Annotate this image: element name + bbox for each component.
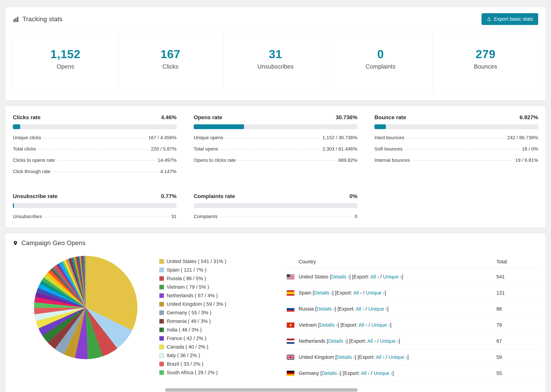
flag-icon-de xyxy=(287,371,295,376)
country-total: 55 xyxy=(496,371,534,376)
legend-item: France ( 42 / 2% ) xyxy=(159,336,255,341)
rate-panel-clicks-rate: Clicks rate4.46%Unique clicks167 / 4.456… xyxy=(13,114,177,174)
export-all-link[interactable]: All › xyxy=(370,274,379,280)
metric-value: 242 / 86.738% xyxy=(507,135,538,140)
metric-label: Soft bounces xyxy=(374,146,402,152)
legend-item: Romania ( 49 / 3% ) xyxy=(159,318,255,324)
geo-pie-chart xyxy=(33,254,139,381)
metric-value: 1,152 / 30.736% xyxy=(322,135,357,140)
pie-legend: United States ( 541 / 31% )Spain ( 121 /… xyxy=(159,259,255,381)
horizontal-scrollbar-thumb[interactable] xyxy=(165,388,358,392)
country-column-header: Country xyxy=(299,259,496,265)
total-column-header: Total xyxy=(496,259,534,265)
country-name: Spain xyxy=(299,290,313,295)
legend-swatch xyxy=(159,302,164,307)
export-prefix: Export: xyxy=(339,306,356,312)
country-total: 79 xyxy=(496,322,534,328)
metric-value: 4.147% xyxy=(160,169,177,174)
export-unique-link[interactable]: Unique › xyxy=(380,338,399,344)
metric-row: Complaints0 xyxy=(194,214,357,219)
metric-label: Unique clicks xyxy=(13,135,41,140)
rate-title: Complaints rate xyxy=(194,193,235,199)
export-unique-link[interactable]: Unique › xyxy=(366,290,385,295)
details-link[interactable]: Details › xyxy=(337,354,355,360)
metric-row: Unique opens1,152 / 30.736% xyxy=(194,135,357,140)
rate-value: 0.77% xyxy=(161,193,177,199)
progress-bar-fill xyxy=(194,124,244,129)
progress-bar-fill xyxy=(13,124,20,129)
rate-title: Bounce rate xyxy=(374,114,406,121)
rate-value: 0% xyxy=(349,193,357,199)
stat-box-bounces: 279Bounces xyxy=(433,32,538,94)
dotted-leader xyxy=(412,161,513,161)
metric-label: Total opens xyxy=(194,146,218,152)
dotted-leader xyxy=(406,138,505,138)
details-link[interactable]: Details › xyxy=(314,290,332,295)
stat-value: 167 xyxy=(118,47,223,61)
details-link[interactable]: Details › xyxy=(322,371,340,376)
legend-swatch xyxy=(159,336,164,341)
dotted-leader xyxy=(57,161,155,161)
country-cell: Russia [Details ›] [Export: All › / Uniq… xyxy=(299,306,496,312)
metric-label: Unsubscribes xyxy=(13,214,42,219)
rate-title: Unsubscribe rate xyxy=(13,193,57,199)
export-unique-link[interactable]: Unique › xyxy=(383,274,402,280)
geo-table-header: Country Total xyxy=(283,254,538,269)
legend-label: Canada ( 40 / 2% ) xyxy=(167,344,208,350)
details-link[interactable]: Details › xyxy=(331,274,349,280)
export-unique-link[interactable]: Unique › xyxy=(368,306,387,312)
export-all-link[interactable]: All › xyxy=(376,354,384,360)
metric-row: Total clicks220 / 5.87% xyxy=(13,146,177,152)
metric-row: Unique clicks167 / 4.456% xyxy=(13,135,177,140)
legend-label: Romania ( 49 / 3% ) xyxy=(167,318,211,324)
country-cell: Spain [Details ›] [Export: All › / Uniqu… xyxy=(299,290,496,296)
dotted-leader xyxy=(52,172,158,172)
flag-icon-gb xyxy=(287,355,295,360)
details-link[interactable]: Details › xyxy=(319,322,338,328)
stat-label: Opens xyxy=(13,63,118,70)
export-all-link[interactable]: All › xyxy=(359,322,367,328)
geo-table-row-russia: Russia [Details ›] [Export: All › / Uniq… xyxy=(283,301,538,317)
export-prefix: Export: xyxy=(342,322,359,328)
dashboard-page: Tracking stats Export basic stats 1,152O… xyxy=(0,0,551,392)
country-cell: Vietnam [Details ›] [Export: All › / Uni… xyxy=(299,322,496,328)
legend-item: United Kingdom ( 59 / 3% ) xyxy=(159,301,255,307)
legend-swatch xyxy=(159,259,164,264)
country-name: Russia xyxy=(299,306,315,312)
country-name: Netherlands xyxy=(299,338,327,344)
legend-label: South Africa ( 29 / 2% ) xyxy=(167,370,218,375)
metric-label: Complaints xyxy=(194,214,218,219)
export-all-link[interactable]: All › xyxy=(361,371,369,376)
dotted-leader xyxy=(238,161,336,161)
export-unique-link[interactable]: Unique › xyxy=(374,371,392,376)
metric-label: Internal bounces xyxy=(374,158,410,163)
legend-item: South Africa ( 29 / 2% ) xyxy=(159,370,255,375)
legend-swatch xyxy=(159,276,164,281)
export-all-link[interactable]: All › xyxy=(356,306,364,312)
export-prefix: Export: xyxy=(344,371,361,376)
stat-box-opens: 1,152Opens xyxy=(13,32,118,94)
country-total: 121 xyxy=(496,290,534,296)
dotted-leader xyxy=(220,149,320,149)
stat-value: 1,152 xyxy=(13,47,118,61)
legend-item: Russia ( 86 / 5% ) xyxy=(159,276,255,281)
metric-value: 19 / 6.81% xyxy=(515,158,538,163)
dotted-leader xyxy=(225,138,320,138)
export-all-link[interactable]: All › xyxy=(353,290,362,295)
details-link[interactable]: Details › xyxy=(328,338,346,344)
stat-box-clicks: 167Clicks xyxy=(118,32,223,94)
flag-icon-es xyxy=(287,290,295,296)
country-name: United States xyxy=(299,274,330,280)
metric-label: Click through rate xyxy=(13,169,50,174)
progress-bar xyxy=(374,124,538,129)
legend-item: Germany ( 55 / 3% ) xyxy=(159,310,255,315)
dotted-leader xyxy=(44,217,169,217)
export-all-link[interactable]: All › xyxy=(367,338,376,344)
details-link[interactable]: Details › xyxy=(317,306,335,312)
export-unique-link[interactable]: Unique › xyxy=(371,322,390,328)
export-unique-link[interactable]: Unique › xyxy=(389,354,407,360)
metric-value: 167 / 4.456% xyxy=(148,135,177,140)
legend-swatch xyxy=(159,353,164,358)
export-basic-stats-button[interactable]: Export basic stats xyxy=(481,13,538,25)
stat-label: Complaints xyxy=(328,63,433,70)
